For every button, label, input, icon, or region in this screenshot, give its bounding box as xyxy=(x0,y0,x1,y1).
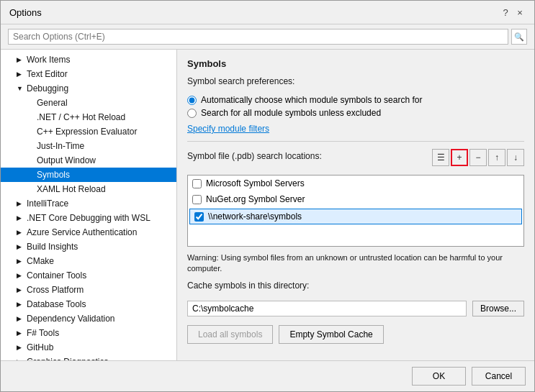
locations-list: Microsoft Symbol Servers NuGet.org Symbo… xyxy=(187,175,524,247)
radio-auto[interactable] xyxy=(187,96,197,105)
dialog-title: Options xyxy=(9,7,42,18)
arrow-text-editor: ▶ xyxy=(17,70,27,78)
load-all-symbols-button[interactable]: Load all symbols xyxy=(187,325,273,344)
arrow-azure-service-auth: ▶ xyxy=(17,229,27,236)
radio-row-auto: Automatically choose which module symbol… xyxy=(187,95,524,105)
warning-text: Warning: Using symbol files from an unkn… xyxy=(187,252,524,275)
label-dependency-validation: Dependency Validation xyxy=(27,314,115,324)
symbols-section-title: Symbols xyxy=(187,58,524,69)
move-down-button[interactable]: ↓ xyxy=(507,149,524,166)
title-bar: Options ? × xyxy=(1,1,534,24)
browse-button[interactable]: Browse... xyxy=(472,301,524,316)
radio-auto-label: Automatically choose which module symbol… xyxy=(201,95,422,105)
sidebar-item-work-items[interactable]: ▶ Work Items xyxy=(1,53,176,67)
label-text-editor: Text Editor xyxy=(27,69,68,79)
location-item-network-share[interactable]: \\network-share\symbols xyxy=(189,209,522,224)
label-net-hot-reload: .NET / C++ Hot Reload xyxy=(37,112,125,122)
sidebar-item-debugging[interactable]: ▼ Debugging xyxy=(1,81,176,96)
location-item-nuget[interactable]: NuGet.org Symbol Server xyxy=(188,191,523,207)
checkbox-ms-servers[interactable] xyxy=(192,179,202,188)
close-button[interactable]: × xyxy=(514,6,526,18)
arrow-container-tools: ▶ xyxy=(17,272,27,279)
arrow-cmake: ▶ xyxy=(17,257,27,265)
sidebar-item-just-in-time[interactable]: Just-In-Time xyxy=(1,139,176,153)
sidebar-item-github[interactable]: ▶ GitHub xyxy=(1,340,176,355)
symbol-locations-header: Symbol file (.pdb) search locations: ☰ +… xyxy=(187,149,524,166)
sidebar-item-intellitrace[interactable]: ▶ IntelliTrace xyxy=(1,196,176,211)
list-view-button[interactable]: ☰ xyxy=(432,149,449,166)
label-nuget: NuGet.org Symbol Server xyxy=(206,194,305,204)
divider xyxy=(187,141,524,142)
sidebar-item-cross-platform[interactable]: ▶ Cross Platform xyxy=(1,283,176,297)
arrow-intellitrace: ▶ xyxy=(17,200,27,207)
radio-row-all: Search for all module symbols unless exc… xyxy=(187,108,524,118)
move-up-button[interactable]: ↑ xyxy=(488,149,505,166)
label-net-core-debugging: .NET Core Debugging with WSL xyxy=(27,213,150,223)
sidebar-item-output-window[interactable]: Output Window xyxy=(1,153,176,168)
sidebar-item-container-tools[interactable]: ▶ Container Tools xyxy=(1,268,176,283)
search-prefs-label: Symbol search preferences: xyxy=(187,76,524,86)
sidebar-item-xaml-hot-reload[interactable]: XAML Hot Reload xyxy=(1,182,176,196)
specify-filters-link[interactable]: Specify module filters xyxy=(187,124,269,134)
empty-symbol-cache-button[interactable]: Empty Symbol Cache xyxy=(279,325,383,344)
toolbar-buttons: ☰ + − ↑ ↓ xyxy=(432,149,524,166)
dialog-footer: OK Cancel xyxy=(1,360,534,391)
cache-directory-input[interactable] xyxy=(187,301,467,316)
label-work-items: Work Items xyxy=(27,55,70,65)
arrow-github: ▶ xyxy=(17,344,27,351)
sidebar-item-azure-service-auth[interactable]: ▶ Azure Service Authentication xyxy=(1,225,176,240)
label-network-share: \\network-share\symbols xyxy=(208,211,302,222)
help-button[interactable]: ? xyxy=(500,6,511,18)
label-fsharp-tools: F# Tools xyxy=(27,328,59,338)
radio-all[interactable] xyxy=(187,109,197,118)
label-database-tools: Database Tools xyxy=(27,299,86,309)
label-build-insights: Build Insights xyxy=(27,242,78,252)
sidebar-item-database-tools[interactable]: ▶ Database Tools xyxy=(1,297,176,311)
label-general: General xyxy=(37,98,68,108)
cancel-button[interactable]: Cancel xyxy=(472,367,526,386)
label-ms-servers: Microsoft Symbol Servers xyxy=(206,178,305,188)
main-content: ▶ Work Items ▶ Text Editor ▼ Debugging G… xyxy=(1,50,534,360)
label-container-tools: Container Tools xyxy=(27,270,86,281)
arrow-dependency-validation: ▶ xyxy=(17,315,27,322)
sidebar-item-cpp-expression[interactable]: C++ Expression Evaluator xyxy=(1,124,176,139)
sidebar-item-net-core-debugging[interactable]: ▶ .NET Core Debugging with WSL xyxy=(1,211,176,225)
arrow-work-items: ▶ xyxy=(17,56,27,63)
title-buttons: ? × xyxy=(500,6,526,18)
label-cmake: CMake xyxy=(27,256,54,266)
arrow-debugging: ▼ xyxy=(17,85,27,92)
label-github: GitHub xyxy=(27,342,53,352)
arrow-net-core-debugging: ▶ xyxy=(17,214,27,222)
sidebar-item-general[interactable]: General xyxy=(1,96,176,110)
label-cpp-expression: C++ Expression Evaluator xyxy=(37,127,137,137)
label-debugging: Debugging xyxy=(27,83,68,94)
sidebar-item-build-insights[interactable]: ▶ Build Insights xyxy=(1,240,176,254)
sidebar-item-net-hot-reload[interactable]: .NET / C++ Hot Reload xyxy=(1,110,176,124)
action-buttons: Load all symbols Empty Symbol Cache xyxy=(187,325,524,344)
sidebar-item-dependency-validation[interactable]: ▶ Dependency Validation xyxy=(1,311,176,326)
label-intellitrace: IntelliTrace xyxy=(27,199,68,209)
arrow-database-tools: ▶ xyxy=(17,301,27,308)
ok-button[interactable]: OK xyxy=(412,367,466,386)
search-icon-button[interactable]: 🔍 xyxy=(511,29,527,45)
remove-location-button[interactable]: − xyxy=(469,149,487,166)
sidebar-item-graphics-diagnostics[interactable]: ▶ Graphics Diagnostics xyxy=(1,355,176,360)
radio-group: Automatically choose which module symbol… xyxy=(187,95,524,118)
right-panel: Symbols Symbol search preferences: Autom… xyxy=(177,50,534,360)
checkbox-network-share[interactable] xyxy=(194,212,204,222)
label-just-in-time: Just-In-Time xyxy=(37,141,84,151)
arrow-cross-platform: ▶ xyxy=(17,286,27,293)
sidebar-item-text-editor[interactable]: ▶ Text Editor xyxy=(1,67,176,81)
sidebar-item-symbols[interactable]: Symbols xyxy=(1,168,176,182)
search-bar: 🔍 xyxy=(1,24,534,50)
checkbox-nuget[interactable] xyxy=(192,195,202,204)
arrow-build-insights: ▶ xyxy=(17,243,27,250)
location-item-ms-servers[interactable]: Microsoft Symbol Servers xyxy=(188,176,523,191)
sidebar-item-cmake[interactable]: ▶ CMake xyxy=(1,254,176,268)
sidebar-item-fsharp-tools[interactable]: ▶ F# Tools xyxy=(1,326,176,340)
label-symbols: Symbols xyxy=(37,170,70,180)
add-location-button[interactable]: + xyxy=(451,149,468,166)
label-output-window: Output Window xyxy=(37,155,96,165)
search-input[interactable] xyxy=(8,29,508,45)
cache-row: Browse... xyxy=(187,301,524,316)
